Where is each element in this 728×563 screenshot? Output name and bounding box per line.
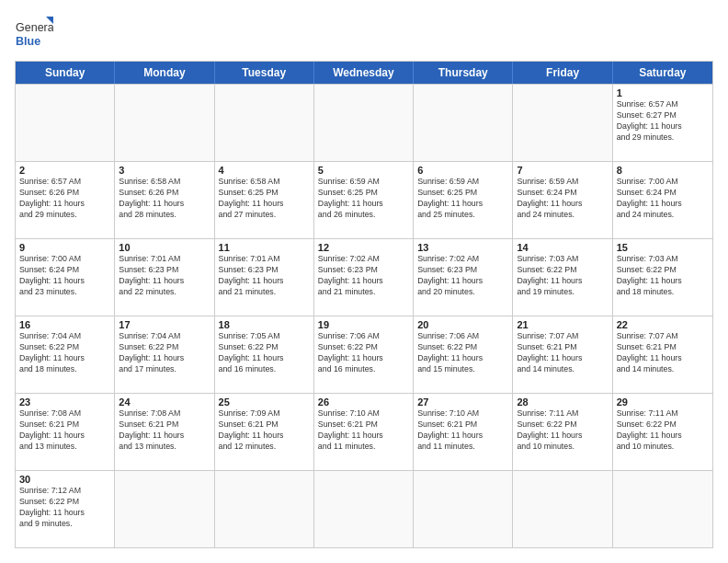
- day-info: Sunrise: 7:00 AM Sunset: 6:24 PM Dayligh…: [19, 254, 110, 298]
- day-info: Sunrise: 7:01 AM Sunset: 6:23 PM Dayligh…: [219, 254, 310, 298]
- day-cell: 23Sunrise: 7:08 AM Sunset: 6:21 PM Dayli…: [16, 394, 115, 470]
- day-number: 16: [19, 319, 110, 330]
- calendar: SundayMondayTuesdayWednesdayThursdayFrid…: [15, 61, 713, 548]
- day-cell: [414, 85, 513, 161]
- day-number: 27: [417, 396, 508, 408]
- day-number: 12: [318, 242, 409, 253]
- day-info: Sunrise: 6:57 AM Sunset: 6:27 PM Dayligh…: [617, 99, 709, 144]
- day-number: 1: [617, 87, 709, 98]
- day-number: 3: [119, 165, 210, 176]
- day-info: Sunrise: 7:06 AM Sunset: 6:22 PM Dayligh…: [318, 331, 409, 375]
- header: General Blue: [15, 15, 713, 53]
- day-cell: [115, 85, 214, 161]
- day-number: 23: [19, 396, 110, 408]
- day-cell: 22Sunrise: 7:07 AM Sunset: 6:21 PM Dayli…: [613, 316, 712, 393]
- svg-text:General: General: [16, 21, 53, 34]
- day-headers: SundayMondayTuesdayWednesdayThursdayFrid…: [16, 62, 712, 84]
- svg-text:Blue: Blue: [16, 35, 40, 48]
- day-number: 26: [318, 396, 409, 408]
- day-number: 11: [219, 242, 310, 253]
- day-info: Sunrise: 7:00 AM Sunset: 6:24 PM Dayligh…: [617, 177, 709, 221]
- day-header-thursday: Thursday: [414, 62, 513, 84]
- day-header-friday: Friday: [513, 62, 612, 84]
- day-cell: 13Sunrise: 7:02 AM Sunset: 6:23 PM Dayli…: [414, 239, 513, 316]
- day-cell: 12Sunrise: 7:02 AM Sunset: 6:23 PM Dayli…: [314, 239, 414, 316]
- day-number: 17: [119, 319, 210, 330]
- day-info: Sunrise: 7:06 AM Sunset: 6:22 PM Dayligh…: [417, 331, 508, 375]
- day-info: Sunrise: 7:07 AM Sunset: 6:21 PM Dayligh…: [617, 331, 709, 375]
- day-info: Sunrise: 7:09 AM Sunset: 6:21 PM Dayligh…: [219, 408, 310, 453]
- day-number: 7: [517, 165, 608, 176]
- day-cell: 27Sunrise: 7:10 AM Sunset: 6:21 PM Dayli…: [414, 394, 513, 470]
- day-number: 8: [617, 165, 709, 176]
- day-number: 6: [417, 165, 508, 176]
- day-info: Sunrise: 6:59 AM Sunset: 6:24 PM Dayligh…: [517, 177, 608, 221]
- week-row: 16Sunrise: 7:04 AM Sunset: 6:22 PM Dayli…: [16, 316, 712, 393]
- day-number: 10: [119, 242, 210, 253]
- day-cell: [314, 471, 414, 547]
- day-number: 24: [119, 396, 210, 408]
- day-number: 18: [219, 319, 310, 330]
- day-number: 30: [19, 474, 110, 485]
- day-cell: 7Sunrise: 6:59 AM Sunset: 6:24 PM Daylig…: [513, 162, 612, 238]
- day-info: Sunrise: 6:59 AM Sunset: 6:25 PM Dayligh…: [417, 177, 508, 221]
- day-number: 25: [219, 396, 310, 408]
- day-cell: 9Sunrise: 7:00 AM Sunset: 6:24 PM Daylig…: [16, 239, 115, 316]
- day-info: Sunrise: 7:07 AM Sunset: 6:21 PM Dayligh…: [517, 331, 608, 375]
- day-info: Sunrise: 6:58 AM Sunset: 6:25 PM Dayligh…: [219, 177, 310, 221]
- day-cell: 8Sunrise: 7:00 AM Sunset: 6:24 PM Daylig…: [613, 162, 712, 238]
- day-info: Sunrise: 7:11 AM Sunset: 6:22 PM Dayligh…: [617, 408, 709, 453]
- day-header-monday: Monday: [115, 62, 214, 84]
- day-number: 2: [19, 165, 110, 176]
- week-row: 1Sunrise: 6:57 AM Sunset: 6:27 PM Daylig…: [16, 84, 712, 161]
- day-header-tuesday: Tuesday: [215, 62, 314, 84]
- day-cell: [414, 471, 513, 547]
- day-number: 13: [417, 242, 508, 253]
- day-number: 29: [617, 396, 709, 408]
- day-info: Sunrise: 7:08 AM Sunset: 6:21 PM Dayligh…: [119, 408, 210, 453]
- day-info: Sunrise: 7:03 AM Sunset: 6:22 PM Dayligh…: [617, 254, 709, 298]
- day-cell: [115, 471, 214, 547]
- day-cell: [513, 471, 612, 547]
- day-cell: 2Sunrise: 6:57 AM Sunset: 6:26 PM Daylig…: [16, 162, 115, 238]
- day-cell: [215, 85, 314, 161]
- day-info: Sunrise: 6:58 AM Sunset: 6:26 PM Dayligh…: [119, 177, 210, 221]
- week-row: 9Sunrise: 7:00 AM Sunset: 6:24 PM Daylig…: [16, 238, 712, 316]
- day-cell: 25Sunrise: 7:09 AM Sunset: 6:21 PM Dayli…: [215, 394, 314, 470]
- week-row: 2Sunrise: 6:57 AM Sunset: 6:26 PM Daylig…: [16, 161, 712, 238]
- day-info: Sunrise: 7:05 AM Sunset: 6:22 PM Dayligh…: [219, 331, 310, 375]
- day-header-sunday: Sunday: [16, 62, 115, 84]
- day-number: 28: [517, 396, 608, 408]
- day-number: 20: [417, 319, 508, 330]
- day-cell: 18Sunrise: 7:05 AM Sunset: 6:22 PM Dayli…: [215, 316, 314, 393]
- day-header-saturday: Saturday: [613, 62, 712, 84]
- day-number: 4: [219, 165, 310, 176]
- day-cell: 1Sunrise: 6:57 AM Sunset: 6:27 PM Daylig…: [613, 85, 712, 161]
- day-number: 19: [318, 319, 409, 330]
- page: General Blue SundayMondayTuesdayWednesda…: [0, 0, 728, 563]
- day-number: 14: [517, 242, 608, 253]
- day-cell: 20Sunrise: 7:06 AM Sunset: 6:22 PM Dayli…: [414, 316, 513, 393]
- day-cell: 3Sunrise: 6:58 AM Sunset: 6:26 PM Daylig…: [115, 162, 214, 238]
- day-cell: 28Sunrise: 7:11 AM Sunset: 6:22 PM Dayli…: [513, 394, 612, 470]
- day-cell: [613, 471, 712, 547]
- logo-icon: General Blue: [15, 15, 53, 53]
- week-row: 23Sunrise: 7:08 AM Sunset: 6:21 PM Dayli…: [16, 393, 712, 470]
- day-info: Sunrise: 7:11 AM Sunset: 6:22 PM Dayligh…: [517, 408, 608, 453]
- day-cell: [215, 471, 314, 547]
- day-cell: 17Sunrise: 7:04 AM Sunset: 6:22 PM Dayli…: [115, 316, 214, 393]
- day-number: 5: [318, 165, 409, 176]
- day-cell: 16Sunrise: 7:04 AM Sunset: 6:22 PM Dayli…: [16, 316, 115, 393]
- day-number: 15: [617, 242, 709, 253]
- day-cell: 5Sunrise: 6:59 AM Sunset: 6:25 PM Daylig…: [314, 162, 414, 238]
- day-cell: 26Sunrise: 7:10 AM Sunset: 6:21 PM Dayli…: [314, 394, 414, 470]
- day-info: Sunrise: 7:03 AM Sunset: 6:22 PM Dayligh…: [517, 254, 608, 298]
- day-cell: 19Sunrise: 7:06 AM Sunset: 6:22 PM Dayli…: [314, 316, 414, 393]
- day-info: Sunrise: 7:08 AM Sunset: 6:21 PM Dayligh…: [19, 408, 110, 453]
- day-info: Sunrise: 7:02 AM Sunset: 6:23 PM Dayligh…: [318, 254, 409, 298]
- day-cell: 24Sunrise: 7:08 AM Sunset: 6:21 PM Dayli…: [115, 394, 214, 470]
- day-info: Sunrise: 6:57 AM Sunset: 6:26 PM Dayligh…: [19, 177, 110, 221]
- day-info: Sunrise: 7:10 AM Sunset: 6:21 PM Dayligh…: [318, 408, 409, 453]
- day-info: Sunrise: 7:10 AM Sunset: 6:21 PM Dayligh…: [417, 408, 508, 453]
- day-info: Sunrise: 6:59 AM Sunset: 6:25 PM Dayligh…: [318, 177, 409, 221]
